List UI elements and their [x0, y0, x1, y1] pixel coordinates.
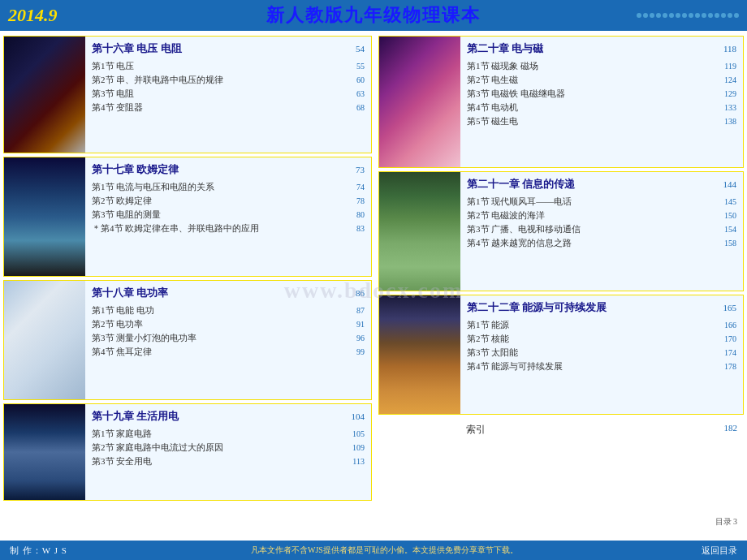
- section-17-3-text: 第3节 电阻的测量: [92, 209, 161, 221]
- section-20-5-page: 138: [724, 117, 736, 126]
- footer-center: 凡本文作者不含WJS提供者都是可耻的小偷。本文提供免费分享章节下载。: [84, 545, 685, 556]
- main-content: www.bdocx.com 第十六章 电压 电阻 54 第1节 电压 55 第2…: [0, 31, 747, 550]
- section-22-2-page: 170: [724, 334, 736, 343]
- chapter-title-20: 第二十章 电与磁: [467, 41, 543, 56]
- section-18-4-page: 99: [356, 347, 365, 356]
- chapter-block-20: 第二十章 电与磁 118 第1节 磁现象 磁场 119 第2节 电生磁 124 …: [378, 36, 744, 168]
- section-17-4: ＊第4节 欧姆定律在串、并联电路中的应用 83: [92, 222, 365, 235]
- chapter-title-16: 第十六章 电压 电阻: [92, 41, 182, 56]
- section-17-3-page: 80: [356, 210, 365, 219]
- section-21-4-text: 第4节 越来越宽的信息之路: [467, 237, 572, 249]
- section-18-4: 第4节 焦耳定律 99: [92, 345, 365, 359]
- chapter-page-22: 165: [723, 303, 737, 312]
- chapter-content-18: 第十八章 电功率 86 第1节 电能 电功 87 第2节 电功率 91 第3节 …: [85, 281, 371, 399]
- section-17-4-text: ＊第4节 欧姆定律在串、并联电路中的应用: [92, 222, 259, 235]
- section-22-1-page: 166: [724, 321, 736, 330]
- chapter-title-21: 第二十一章 信息的传递: [467, 177, 575, 192]
- section-21-1: 第1节 现代顺风耳——电话 145: [467, 195, 736, 209]
- section-16-2-page: 60: [356, 75, 365, 84]
- chapter-title-line-19: 第十九章 生活用电 104: [92, 409, 365, 424]
- section-17-1-text: 第1节 电流与电压和电阻的关系: [92, 181, 214, 193]
- chapter-block-22: 第二十二章 能源与可持续发展 165 第1节 能源 166 第2节 核能 170…: [378, 295, 744, 415]
- section-18-4-text: 第4节 焦耳定律: [92, 346, 152, 358]
- section-17-2-page: 78: [356, 196, 365, 205]
- chapter-page-17: 73: [356, 165, 365, 174]
- section-18-2-page: 91: [356, 320, 365, 329]
- chapter-title-22: 第二十二章 能源与可持续发展: [467, 300, 607, 315]
- section-17-4-page: 83: [356, 224, 365, 233]
- section-20-4: 第4节 电动机 133: [467, 101, 736, 114]
- header-year: 2014.9: [8, 5, 58, 26]
- section-22-4-text: 第4节 能源与可持续发展: [467, 360, 563, 373]
- section-20-3-text: 第3节 电磁铁 电磁继电器: [467, 88, 565, 100]
- footer-right[interactable]: 返回目录: [702, 545, 737, 557]
- chapter-image-16: [4, 37, 85, 153]
- chapter-image-20: [379, 37, 460, 167]
- header-dots: [637, 13, 739, 18]
- chapter-block-21: 第二十一章 信息的传递 144 第1节 现代顺风耳——电话 145 第2节 电磁…: [378, 171, 744, 291]
- section-21-2: 第2节 电磁波的海洋 150: [467, 209, 736, 222]
- section-21-3: 第3节 广播、电视和移动通信 154: [467, 222, 736, 236]
- chapter-block-18: 第十八章 电功率 86 第1节 电能 电功 87 第2节 电功率 91 第3节 …: [3, 280, 372, 400]
- section-16-2-text: 第2节 串、并联电路中电压的规律: [92, 74, 223, 86]
- chapter-title-19: 第十九章 生活用电: [92, 409, 179, 424]
- chapter-content-16: 第十六章 电压 电阻 54 第1节 电压 55 第2节 串、并联电路中电压的规律…: [85, 37, 371, 153]
- section-22-4: 第4节 能源与可持续发展 178: [467, 360, 736, 373]
- section-16-1-text: 第1节 电压: [92, 60, 134, 72]
- chapter-title-18: 第十八章 电功率: [92, 286, 168, 300]
- section-19-2-text: 第2节 家庭电路中电流过大的原因: [92, 442, 223, 454]
- section-21-3-page: 154: [724, 225, 736, 234]
- chapter-title-line-20: 第二十章 电与磁 118: [467, 41, 736, 56]
- section-20-2-page: 124: [724, 75, 736, 84]
- chapter-content-17: 第十七章 欧姆定律 73 第1节 电流与电压和电阻的关系 74 第2节 欧姆定律…: [85, 157, 371, 276]
- chapter-title-line-21: 第二十一章 信息的传递 144: [467, 177, 736, 192]
- section-22-2-text: 第2节 核能: [467, 333, 509, 345]
- index-label: 索引: [466, 423, 486, 437]
- section-16-4-text: 第4节 变阻器: [92, 101, 143, 114]
- section-19-1: 第1节 家庭电路 105: [92, 427, 365, 441]
- section-16-4: 第4节 变阻器 68: [92, 101, 365, 114]
- section-16-1-page: 55: [356, 62, 365, 71]
- section-19-3-page: 113: [352, 457, 365, 466]
- section-17-3: 第3节 电阻的测量 80: [92, 208, 365, 222]
- chapter-image-21: [379, 172, 460, 291]
- chapter-image-17: [4, 157, 85, 276]
- header: 2014.9 新人教版九年级物理课本: [0, 0, 747, 31]
- chapter-image-19: [4, 404, 85, 500]
- section-18-2-text: 第2节 电功率: [92, 318, 143, 330]
- section-18-1-text: 第1节 电能 电功: [92, 304, 154, 317]
- index-page: 182: [724, 423, 738, 437]
- section-22-2: 第2节 核能 170: [467, 332, 736, 346]
- section-20-3-page: 129: [724, 89, 736, 98]
- section-20-1: 第1节 磁现象 磁场 119: [467, 59, 736, 73]
- section-22-3: 第3节 太阳能 174: [467, 346, 736, 360]
- section-18-3-page: 96: [356, 334, 365, 342]
- chapter-title-17: 第十七章 欧姆定律: [92, 162, 179, 177]
- footer: 制 作：W J S 凡本文作者不含WJS提供者都是可耻的小偷。本文提供免费分享章…: [0, 541, 747, 560]
- header-title: 新人教版九年级物理课本: [266, 3, 481, 28]
- section-21-4: 第4节 越来越宽的信息之路 158: [467, 236, 736, 250]
- section-18-2: 第2节 电功率 91: [92, 317, 365, 331]
- section-20-2: 第2节 电生磁 124: [467, 73, 736, 87]
- section-22-1-text: 第1节 能源: [467, 319, 509, 331]
- section-20-1-text: 第1节 磁现象 磁场: [467, 60, 538, 72]
- section-21-3-text: 第3节 广播、电视和移动通信: [467, 223, 581, 235]
- chapter-page-16: 54: [356, 44, 365, 54]
- index-line: 索引 182: [378, 418, 744, 438]
- chapter-block-17: 第十七章 欧姆定律 73 第1节 电流与电压和电阻的关系 74 第2节 欧姆定律…: [3, 157, 372, 277]
- section-19-2: 第2节 家庭电路中电流过大的原因 109: [92, 441, 365, 454]
- left-column: 第十六章 电压 电阻 54 第1节 电压 55 第2节 串、并联电路中电压的规律…: [0, 31, 375, 550]
- section-16-1: 第1节 电压 55: [92, 59, 365, 73]
- section-21-2-page: 150: [724, 211, 736, 220]
- section-21-2-text: 第2节 电磁波的海洋: [467, 209, 545, 222]
- section-18-1-page: 87: [356, 306, 365, 315]
- chapter-block-19: 第十九章 生活用电 104 第1节 家庭电路 105 第2节 家庭电路中电流过大…: [3, 403, 372, 501]
- section-22-4-page: 178: [724, 362, 736, 371]
- section-20-5-text: 第5节 磁生电: [467, 115, 518, 127]
- section-20-4-page: 133: [724, 103, 736, 112]
- chapter-image-22: [379, 295, 460, 414]
- section-16-3-page: 63: [356, 89, 365, 98]
- section-19-3: 第3节 安全用电 113: [92, 454, 365, 468]
- section-16-3: 第3节 电阻 63: [92, 87, 365, 101]
- chapter-image-18: [4, 281, 85, 399]
